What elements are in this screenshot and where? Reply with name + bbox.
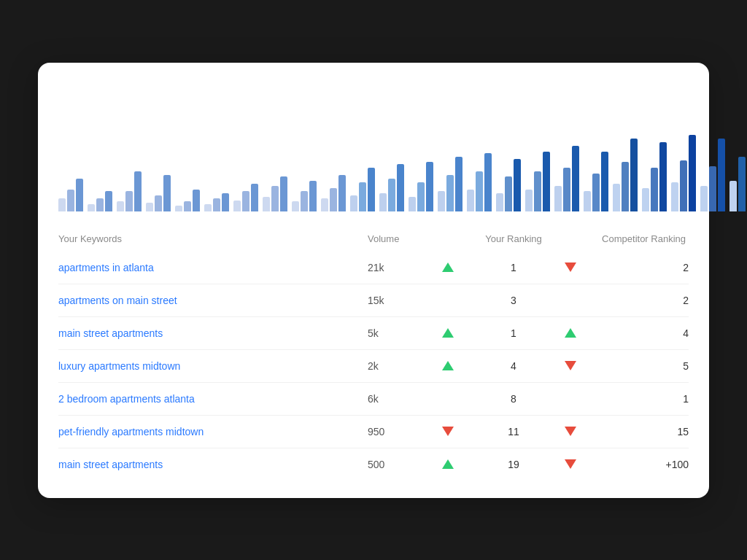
bar-segment [175, 206, 182, 211]
bar-group [350, 168, 375, 211]
competitor-rank: 15 [601, 426, 689, 438]
arrow-up-icon [442, 459, 454, 469]
bar-segment [330, 188, 337, 211]
competitor-trend-arrow [557, 459, 601, 469]
bar-chart [58, 80, 689, 211]
bar-segment [592, 174, 600, 211]
bar-segment [280, 176, 287, 211]
table-row: main street apartments50019+100 [58, 448, 689, 481]
bar-segment [455, 157, 462, 211]
bar-segment [729, 181, 737, 211]
keyword-link[interactable]: pet-friendly apartments midtown [58, 426, 368, 438]
bar-segment [709, 166, 716, 211]
bar-group [467, 153, 492, 211]
bar-segment [184, 201, 191, 211]
bar-group [292, 181, 317, 211]
arrow-up-icon [565, 328, 576, 338]
bar-segment [76, 179, 83, 211]
bar-segment [659, 142, 667, 211]
table-row: apartments in atlanta21k12 [58, 252, 689, 284]
bar-segment [204, 204, 212, 211]
bar-segment [417, 182, 425, 211]
col-header-volume: Volume [368, 233, 426, 244]
your-rank: 4 [470, 360, 557, 372]
keyword-link[interactable]: luxury apartments midtown [58, 360, 368, 372]
keyword-link[interactable]: main street apartments [58, 459, 368, 470]
bar-segment [671, 182, 678, 211]
arrow-up-icon [442, 361, 454, 370]
bar-segment [525, 190, 533, 211]
competitor-rank: 2 [601, 295, 689, 306]
col-header-keywords: Your Keywords [58, 233, 368, 244]
bar-segment [359, 182, 366, 211]
competitor-trend-arrow [557, 361, 601, 370]
bar-segment [263, 197, 270, 211]
bar-segment [689, 135, 696, 211]
bar-segment [496, 193, 503, 211]
bar-segment [193, 190, 200, 211]
bar-segment [96, 198, 104, 211]
keyword-table: apartments in atlanta21k12apartments on … [58, 252, 689, 481]
arrow-down-icon [565, 361, 576, 370]
table-header: Your Keywords Volume Your Ranking Compet… [58, 229, 689, 252]
competitor-trend-arrow [557, 328, 601, 338]
bar-group [175, 190, 200, 211]
bar-segment [534, 171, 541, 211]
table-row: luxury apartments midtown2k45 [58, 350, 689, 383]
keyword-link[interactable]: main street apartments [58, 327, 368, 339]
bar-group [700, 139, 725, 211]
table-row: 2 bedroom apartments atlanta6k81 [58, 383, 689, 416]
competitor-trend-arrow [557, 427, 601, 436]
bar-group [233, 184, 258, 211]
bar-segment [622, 162, 629, 211]
col-header-competitor-ranking: Competitor Ranking [601, 233, 689, 244]
bar-segment [134, 171, 142, 211]
arrow-down-icon [565, 427, 576, 436]
bar-group [204, 193, 229, 211]
bar-segment [438, 191, 445, 211]
bar-group [496, 159, 521, 211]
volume-value: 5k [368, 327, 426, 339]
volume-value: 500 [368, 459, 426, 470]
bar-segment [67, 190, 74, 211]
bar-segment [321, 198, 328, 211]
keyword-link[interactable]: apartments in atlanta [58, 262, 368, 273]
bar-group [263, 176, 287, 211]
bar-segment [213, 198, 220, 211]
bar-segment [242, 191, 249, 211]
volume-value: 2k [368, 360, 426, 372]
keyword-link[interactable]: 2 bedroom apartments atlanta [58, 393, 368, 405]
competitor-rank: +100 [601, 459, 689, 470]
arrow-up-icon [442, 328, 454, 338]
table-row: apartments on main street15k32 [58, 284, 689, 317]
your-rank: 11 [470, 426, 557, 438]
bar-group [117, 171, 142, 211]
bar-segment [680, 160, 687, 211]
competitor-trend-arrow [557, 262, 601, 272]
keyword-link[interactable]: apartments on main street [58, 295, 368, 306]
bar-segment [476, 171, 483, 211]
bar-segment [338, 175, 346, 211]
bar-segment [601, 152, 608, 211]
competitor-rank: 1 [601, 393, 689, 405]
bar-segment [350, 195, 357, 211]
bar-group [146, 175, 171, 211]
arrow-down-icon [565, 459, 576, 469]
bar-segment [467, 190, 474, 211]
volume-value: 950 [368, 426, 426, 438]
bar-segment [155, 195, 162, 211]
col-header-your-ranking: Your Ranking [470, 233, 557, 244]
bar-group [409, 162, 433, 211]
bar-group [729, 131, 747, 211]
volume-trend-arrow [426, 262, 470, 272]
table-row: main street apartments5k14 [58, 317, 689, 350]
bar-segment [613, 184, 620, 211]
volume-trend-arrow [426, 459, 470, 469]
bar-segment [379, 193, 387, 211]
your-rank: 1 [470, 262, 557, 273]
bar-group [321, 175, 346, 211]
your-rank: 3 [470, 295, 557, 306]
arrow-down-icon [565, 262, 576, 272]
bar-group [525, 152, 550, 211]
bar-group [584, 152, 608, 211]
